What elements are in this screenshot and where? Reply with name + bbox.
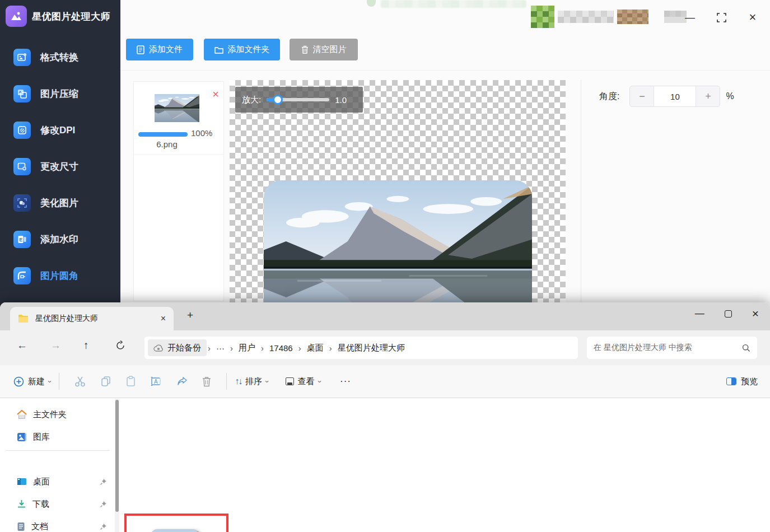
preview-toggle-button[interactable]: 预览	[726, 376, 758, 387]
file-list-item[interactable]: × 100% 6.png	[134, 82, 223, 155]
zoom-control: 放大: 1.0	[235, 87, 363, 113]
sidebar-item-label: 添加水印	[40, 233, 78, 246]
watermark-icon: E	[13, 231, 31, 248]
sidebar-item-label: 修改DPI	[40, 124, 75, 137]
app-toolbar: 添加文件 添加文件夹 清空图片	[120, 34, 770, 71]
delete-button[interactable]	[202, 376, 211, 387]
sidebar-item-label: 文档	[31, 521, 48, 532]
sidebar-item-label: 图片圆角	[40, 269, 78, 282]
sort-button[interactable]: ↑↓ 排序 ›	[235, 376, 268, 387]
app-maximize-button[interactable]	[714, 10, 729, 25]
paste-button[interactable]	[126, 376, 136, 387]
explorer-tab-title: 星优图片处理大师	[35, 314, 154, 324]
angle-decrease-button[interactable]: −	[630, 86, 654, 106]
breadcrumb-item-current[interactable]: 星优图片处理大师	[333, 343, 409, 353]
breadcrumb-item-17486[interactable]: 17486	[265, 343, 297, 353]
censored-username	[558, 11, 614, 23]
explorer-sidebar: 主文件夹 图库 桌面 下载	[0, 399, 115, 532]
view-button[interactable]: 查看 ›	[286, 376, 321, 387]
file-list-panel: × 100% 6.png	[133, 81, 224, 301]
angle-value-input[interactable]: 10	[654, 86, 696, 106]
file-6png-thumbnail[interactable]	[151, 529, 199, 532]
add-file-button[interactable]: 添加文件	[126, 39, 193, 60]
breadcrumb-item-desktop[interactable]: 桌面	[302, 343, 328, 353]
svg-text:A: A	[154, 379, 158, 385]
sidebar-item-watermark[interactable]: E 添加水印	[0, 221, 120, 258]
panel-divider	[581, 80, 581, 302]
explorer-tab[interactable]: 星优图片处理大师 ×	[10, 307, 174, 330]
scrollbar-thumb[interactable]	[115, 400, 119, 512]
sidebar-item-resize[interactable]: 更改尺寸	[0, 148, 120, 185]
up-button[interactable]: ↑	[83, 339, 89, 352]
cloud-icon	[153, 344, 164, 352]
toolbar-divider	[226, 373, 227, 390]
explorer-address-row: ← → ↑ 开始备份 › ··· › 用户 › 17486 › 桌面 › 星优	[0, 330, 770, 365]
clear-images-button[interactable]: 清空图片	[290, 39, 358, 60]
sidebar-item-label: 桌面	[33, 477, 50, 487]
sidebar-item-format-convert[interactable]: 格式转换	[0, 39, 120, 76]
rename-icon: A	[150, 376, 162, 386]
sidebar-item-gallery[interactable]: 图库	[0, 427, 115, 446]
breadcrumb-item: 开始备份	[167, 343, 201, 353]
angle-setting-row: 角度: − 10 + %	[599, 86, 734, 107]
file-name-label: 6.png	[134, 139, 200, 149]
angle-increase-button[interactable]: +	[696, 86, 720, 106]
sidebar-item-dpi[interactable]: 修改DPI	[0, 112, 120, 148]
remove-file-icon[interactable]: ×	[212, 88, 219, 100]
more-options-button[interactable]: ···	[340, 376, 351, 387]
sidebar-item-label: 美化图片	[40, 197, 78, 209]
breadcrumb-separator: ›	[261, 343, 264, 353]
refresh-button[interactable]	[115, 340, 125, 351]
format-convert-icon	[13, 49, 31, 66]
breadcrumb-root[interactable]: 开始备份	[148, 339, 207, 356]
document-icon	[17, 522, 25, 531]
zoom-slider[interactable]	[267, 98, 329, 101]
chevron-down-icon: ›	[263, 380, 272, 382]
sidebar-scrollbar[interactable]	[115, 399, 119, 532]
sidebar-item-beautify[interactable]: 美化图片	[0, 185, 120, 221]
sidebar-item-label: 图库	[33, 432, 50, 442]
file-thumbnail	[155, 94, 199, 122]
angle-stepper: − 10 +	[629, 86, 720, 107]
cut-icon	[74, 376, 86, 387]
forward-button[interactable]: →	[50, 339, 61, 352]
sidebar-item-documents[interactable]: 文档	[0, 517, 115, 532]
zoom-slider-handle[interactable]	[273, 95, 283, 105]
trash-icon	[301, 45, 309, 54]
sidebar-item-downloads[interactable]: 下载	[0, 494, 115, 514]
copy-icon	[101, 376, 111, 387]
share-button[interactable]	[176, 376, 188, 386]
rounded-preview-image[interactable]	[264, 180, 532, 302]
cut-button[interactable]	[74, 376, 86, 387]
back-button[interactable]: ←	[17, 339, 27, 352]
highlighted-file-item: 6.png	[124, 514, 228, 532]
explorer-minimize-button[interactable]: —	[695, 308, 704, 319]
sidebar-item-label: 主文件夹	[33, 409, 67, 420]
sidebar-item-home[interactable]: 主文件夹	[0, 405, 115, 424]
angle-label: 角度:	[599, 91, 619, 102]
explorer-window-controls: — ×	[695, 307, 759, 320]
breadcrumb-ellipsis[interactable]: ···	[212, 343, 229, 353]
explorer-maximize-button[interactable]	[725, 310, 732, 318]
folder-icon	[18, 314, 29, 323]
breadcrumb-item-users[interactable]: 用户	[234, 343, 260, 353]
explorer-close-button[interactable]: ×	[752, 307, 759, 320]
add-folder-button[interactable]: 添加文件夹	[204, 39, 280, 60]
sidebar-item-label: 格式转换	[40, 51, 78, 64]
clear-images-label: 清空图片	[313, 44, 347, 55]
search-input[interactable]: 在 星优图片处理大师 中搜索	[587, 337, 757, 359]
beautify-icon	[13, 194, 31, 212]
new-button[interactable]: 新建 ›	[13, 376, 51, 387]
sidebar-item-compress[interactable]: 图片压缩	[0, 76, 120, 112]
app-close-button[interactable]: ×	[745, 10, 760, 25]
copy-button[interactable]	[101, 376, 111, 387]
new-tab-button[interactable]: +	[187, 309, 193, 321]
sidebar-item-desktop[interactable]: 桌面	[0, 472, 115, 491]
preview-label: 预览	[741, 376, 758, 387]
rename-button[interactable]: A	[150, 376, 162, 386]
resize-icon	[13, 158, 31, 175]
app-minimize-button[interactable]: —	[683, 10, 697, 25]
tab-close-icon[interactable]: ×	[161, 314, 166, 324]
sidebar-divider	[6, 450, 110, 451]
sidebar-item-rounded-corner[interactable]: 图片圆角	[0, 258, 120, 294]
